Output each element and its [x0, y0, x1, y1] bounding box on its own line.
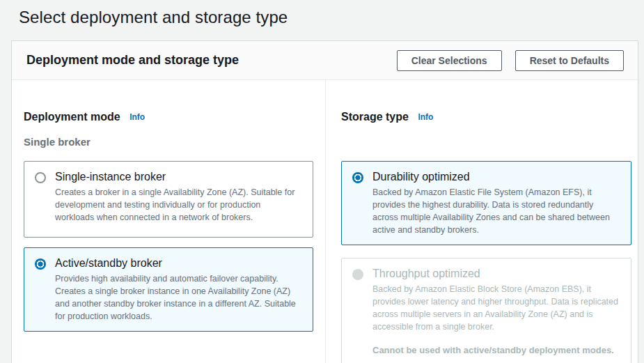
deployment-mode-info-link[interactable]: Info: [129, 112, 145, 122]
panel-body: Deployment mode Info Single broker Singl…: [12, 80, 638, 363]
storage-type-heading: Storage type Info: [341, 111, 631, 123]
single-broker-subheading: Single broker: [24, 136, 313, 148]
storage-type-heading-label: Storage type: [341, 111, 409, 123]
durability-optimized-content: Durability optimized Backed by Amazon El…: [372, 170, 620, 236]
option-description: Backed by Amazon Elastic Block Store (Am…: [372, 283, 620, 333]
active-standby-broker-radio[interactable]: [35, 258, 46, 270]
deployment-mode-heading: Deployment mode Info: [24, 111, 313, 123]
single-instance-broker-content: Single-instance broker Creates a broker …: [55, 170, 302, 224]
storage-type-options: Durability optimized Backed by Amazon El…: [341, 161, 631, 363]
option-title: Single-instance broker: [55, 170, 302, 184]
reset-to-defaults-button[interactable]: Reset to Defaults: [515, 50, 624, 71]
option-title: Durability optimized: [372, 170, 620, 184]
single-instance-broker-option[interactable]: Single-instance broker Creates a broker …: [24, 161, 313, 238]
storage-type-column: Storage type Info Durability optimized B…: [325, 80, 638, 363]
throughput-optimized-option: Throughput optimized Backed by Amazon El…: [341, 258, 631, 363]
panel-header: Deployment mode and storage type Clear S…: [12, 41, 638, 80]
throughput-optimized-content: Throughput optimized Backed by Amazon El…: [372, 267, 620, 357]
active-standby-broker-option[interactable]: Active/standby broker Provides high avai…: [24, 247, 313, 332]
option-title: Active/standby broker: [55, 256, 302, 270]
option-title: Throughput optimized: [372, 267, 620, 281]
storage-type-info-link[interactable]: Info: [418, 112, 433, 122]
deployment-mode-heading-label: Deployment mode: [24, 111, 120, 123]
option-description: Backed by Amazon Elastic File System (Am…: [372, 186, 620, 236]
deployment-storage-panel: Deployment mode and storage type Clear S…: [11, 40, 638, 363]
deployment-mode-column: Deployment mode Info Single broker Singl…: [12, 80, 325, 363]
active-standby-broker-content: Active/standby broker Provides high avai…: [55, 256, 302, 323]
throughput-optimized-radio: [352, 269, 363, 280]
panel-title: Deployment mode and storage type: [26, 53, 239, 68]
single-instance-broker-radio[interactable]: [35, 172, 46, 183]
durability-optimized-option[interactable]: Durability optimized Backed by Amazon El…: [341, 161, 631, 245]
clear-selections-button[interactable]: Clear Selections: [397, 50, 502, 71]
page-title: Select deployment and storage type: [19, 8, 644, 27]
deployment-mode-options: Single-instance broker Creates a broker …: [24, 161, 313, 332]
panel-actions: Clear Selections Reset to Defaults: [397, 50, 624, 71]
durability-optimized-radio[interactable]: [352, 172, 363, 183]
option-description: Creates a broker in a single Availabilit…: [55, 186, 302, 224]
option-disabled-note: Cannot be used with active/standby deplo…: [372, 344, 620, 357]
option-description: Provides high availability and automatic…: [55, 272, 302, 323]
